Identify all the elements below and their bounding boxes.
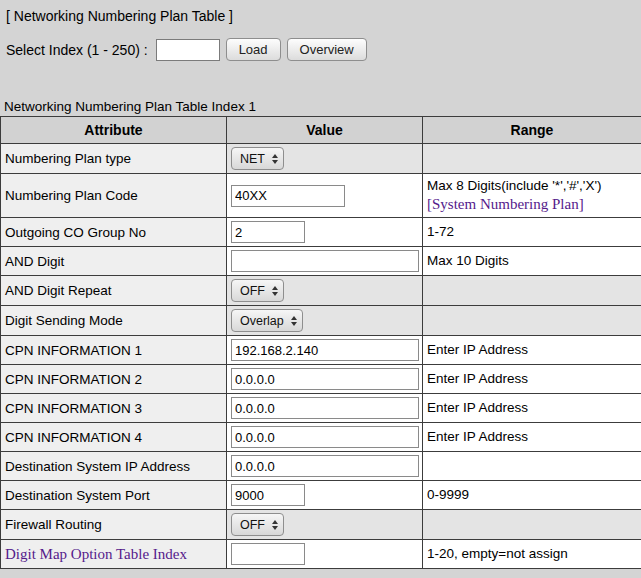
range-text: Max 8 Digits(include '*','#','X') — [427, 178, 602, 193]
value-cell: OFF — [227, 276, 423, 306]
select-updown-arrows-icon — [272, 286, 278, 296]
value-input[interactable] — [231, 368, 419, 390]
value-cell — [227, 218, 423, 247]
table-row: Outgoing CO Group No1-72 — [1, 218, 641, 247]
value-cell: Overlap — [227, 306, 423, 336]
range-text: 1-20, empty=not assign — [427, 546, 568, 561]
select-value-label: OFF — [240, 518, 265, 532]
table-row: Numbering Plan typeNET — [1, 144, 641, 174]
value-input[interactable] — [231, 455, 419, 477]
value-cell — [227, 365, 423, 394]
range-cell: Enter IP Address — [423, 365, 641, 394]
attribute-label: Destination System IP Address — [1, 452, 227, 481]
range-cell — [423, 306, 641, 336]
index-controls: Select Index (1 - 250) : Load Overview — [6, 38, 641, 61]
select-index-label: Select Index (1 - 250) : — [6, 42, 148, 58]
overview-button[interactable]: Overview — [287, 38, 367, 61]
networking-numbering-plan-page: [ Networking Numbering Plan Table ] Sele… — [0, 0, 641, 578]
range-cell — [423, 276, 641, 306]
value-input[interactable] — [231, 543, 305, 565]
range-cell: 1-72 — [423, 218, 641, 247]
range-cell: 0-9999 — [423, 481, 641, 510]
range-cell: Enter IP Address — [423, 394, 641, 423]
table-body: Numbering Plan typeNETNumbering Plan Cod… — [1, 144, 641, 569]
value-cell — [227, 481, 423, 510]
range-text: Enter IP Address — [427, 400, 528, 415]
table-row: CPN INFORMATION 3Enter IP Address — [1, 394, 641, 423]
range-link[interactable]: [System Numbering Plan] — [427, 196, 584, 212]
select-updown-arrows-icon — [272, 520, 278, 530]
column-header-value: Value — [227, 117, 423, 144]
table-row: Digit Sending ModeOverlap — [1, 306, 641, 336]
attribute-label: Outgoing CO Group No — [1, 218, 227, 247]
value-cell — [227, 247, 423, 276]
value-input[interactable] — [231, 221, 305, 243]
range-text: Enter IP Address — [427, 429, 528, 444]
value-input[interactable] — [231, 397, 419, 419]
column-header-attribute: Attribute — [1, 117, 227, 144]
column-header-range: Range — [423, 117, 641, 144]
value-select[interactable]: Overlap — [231, 309, 303, 332]
value-cell — [227, 540, 423, 569]
table-row: CPN INFORMATION 2Enter IP Address — [1, 365, 641, 394]
value-select[interactable]: NET — [231, 147, 284, 170]
load-button[interactable]: Load — [226, 38, 281, 61]
value-cell — [227, 423, 423, 452]
value-cell — [227, 394, 423, 423]
attribute-label: Digit Sending Mode — [1, 306, 227, 336]
value-input[interactable] — [231, 339, 419, 361]
table-caption: Networking Numbering Plan Table Index 1 — [4, 99, 641, 114]
range-cell: 1-20, empty=not assign — [423, 540, 641, 569]
range-cell: Enter IP Address — [423, 423, 641, 452]
value-select[interactable]: OFF — [231, 279, 284, 302]
attribute-label: Firewall Routing — [1, 510, 227, 540]
attribute-label-link[interactable]: Digit Map Option Table Index — [1, 540, 227, 569]
numbering-plan-table: Attribute Value Range Numbering Plan typ… — [0, 116, 641, 569]
table-header-row: Attribute Value Range — [1, 117, 641, 144]
value-cell: NET — [227, 144, 423, 174]
select-value-label: OFF — [240, 284, 265, 298]
range-cell: Enter IP Address — [423, 336, 641, 365]
table-row: Destination System Port0-9999 — [1, 481, 641, 510]
range-text: 1-72 — [427, 224, 454, 239]
index-input[interactable] — [156, 39, 220, 61]
table-row: Numbering Plan CodeMax 8 Digits(include … — [1, 174, 641, 218]
attribute-label: Destination System Port — [1, 481, 227, 510]
table-row: Destination System IP Address — [1, 452, 641, 481]
select-value-label: NET — [240, 152, 265, 166]
range-text: 0-9999 — [427, 487, 469, 502]
attribute-label: CPN INFORMATION 4 — [1, 423, 227, 452]
value-input[interactable] — [231, 250, 419, 272]
range-cell — [423, 510, 641, 540]
attribute-label: CPN INFORMATION 3 — [1, 394, 227, 423]
select-updown-arrows-icon — [291, 316, 297, 326]
range-text: Enter IP Address — [427, 371, 528, 386]
value-input[interactable] — [231, 426, 419, 448]
attribute-label: Numbering Plan type — [1, 144, 227, 174]
table-row: CPN INFORMATION 1Enter IP Address — [1, 336, 641, 365]
value-cell — [227, 174, 423, 218]
value-select[interactable]: OFF — [231, 513, 284, 536]
select-updown-arrows-icon — [272, 154, 278, 164]
table-row: Digit Map Option Table Index1-20, empty=… — [1, 540, 641, 569]
value-input[interactable] — [231, 185, 345, 207]
range-cell — [423, 144, 641, 174]
value-cell — [227, 452, 423, 481]
attribute-label: CPN INFORMATION 2 — [1, 365, 227, 394]
table-row: CPN INFORMATION 4Enter IP Address — [1, 423, 641, 452]
table-row: Firewall RoutingOFF — [1, 510, 641, 540]
table-row: AND Digit RepeatOFF — [1, 276, 641, 306]
table-row: AND DigitMax 10 Digits — [1, 247, 641, 276]
attribute-label: Numbering Plan Code — [1, 174, 227, 218]
value-cell — [227, 336, 423, 365]
attribute-label: CPN INFORMATION 1 — [1, 336, 227, 365]
range-text: Max 10 Digits — [427, 253, 509, 268]
range-cell: Max 8 Digits(include '*','#','X')[System… — [423, 174, 641, 218]
attribute-label: AND Digit — [1, 247, 227, 276]
value-cell: OFF — [227, 510, 423, 540]
value-input[interactable] — [231, 484, 305, 506]
select-value-label: Overlap — [240, 314, 284, 328]
range-cell — [423, 452, 641, 481]
attribute-label: AND Digit Repeat — [1, 276, 227, 306]
range-cell: Max 10 Digits — [423, 247, 641, 276]
